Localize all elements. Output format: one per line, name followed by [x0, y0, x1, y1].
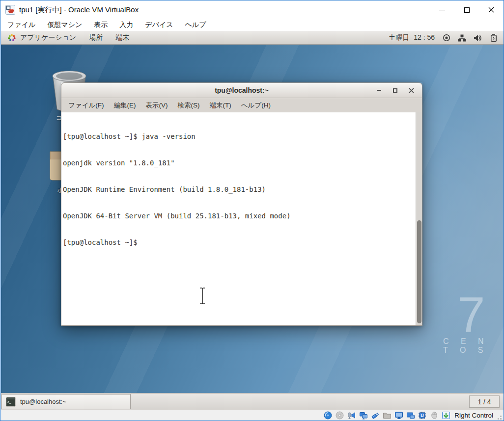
- close-button[interactable]: [479, 0, 504, 19]
- terminal-menu-terminal[interactable]: 端末(T): [205, 101, 236, 110]
- display-status-button[interactable]: [394, 411, 403, 420]
- taskbar-terminal-button[interactable]: tpu@localhost:~: [1, 394, 131, 409]
- usb-status-button[interactable]: [370, 411, 380, 420]
- keyboard-status-button[interactable]: [441, 411, 450, 420]
- host-menu-view[interactable]: 表示: [94, 21, 108, 29]
- terminal-line: openjdk version "1.8.0_181": [63, 158, 415, 167]
- host-menubar: ファイル 仮想マシン 表示 入力 デバイス ヘルプ: [1, 19, 504, 31]
- terminal-line: [tpu@localhost ~]$: [63, 238, 415, 247]
- features-chip-icon: U: [418, 411, 427, 420]
- terminal-output: [tpu@localhost ~]$ java -version openjdk…: [61, 112, 422, 264]
- terminal-minimize-button[interactable]: [375, 86, 383, 94]
- volume-icon: [474, 34, 482, 42]
- accessibility-button[interactable]: [442, 34, 450, 42]
- harddisk-status-button[interactable]: [323, 411, 333, 420]
- terminal-menubar: ファイル(F) 編集(E) 表示(V) 検索(S) 端末(T) ヘルプ(H): [61, 98, 422, 112]
- terminal-close-button[interactable]: [407, 86, 415, 94]
- virtualbox-window: tpu1 [実行中] - Oracle VM VirtualBox ファイル 仮…: [0, 0, 504, 421]
- taskbar-terminal-label: tpu@localhost:~: [20, 398, 66, 405]
- host-menu-machine[interactable]: 仮想マシン: [47, 21, 82, 29]
- wired-network-icon: [458, 34, 466, 42]
- host-titlebar[interactable]: tpu1 [実行中] - Oracle VM VirtualBox: [1, 0, 504, 19]
- mouse-icon: [430, 411, 438, 420]
- terminal-maximize-button[interactable]: [391, 86, 399, 94]
- terminal-window: tpu@localhost:~ ファイル(F) 編集(E) 表: [61, 82, 422, 326]
- gnome-taskbar: tpu@localhost:~ 1 / 4: [1, 393, 504, 410]
- features-status-button[interactable]: U: [418, 411, 427, 420]
- terminal-titlebar[interactable]: tpu@localhost:~: [61, 82, 422, 98]
- maximize-icon: [464, 7, 470, 13]
- applications-menu-label: アプリケーション: [20, 33, 76, 42]
- scrollbar-thumb[interactable]: [417, 220, 421, 323]
- terminal-line: OpenJDK 64-Bit Server VM (build 25.181-b…: [63, 211, 415, 220]
- terminal-icon: [6, 397, 16, 407]
- terminal-menu-file[interactable]: ファイル(F): [63, 101, 109, 110]
- host-menu-devices[interactable]: デバイス: [145, 21, 173, 29]
- network-adapters-icon: [359, 411, 368, 420]
- resize-grip[interactable]: [497, 415, 502, 421]
- keyboard-icon: [442, 411, 450, 420]
- accessibility-icon: [443, 34, 450, 42]
- shared-folders-status-button[interactable]: [382, 411, 392, 420]
- audio-status-button[interactable]: [347, 411, 356, 420]
- display-icon: [394, 411, 403, 420]
- minimize-icon: [377, 90, 381, 91]
- gnome-top-panel: アプリケーション 場所 端末 土曜日 12 : 56: [1, 31, 504, 45]
- close-icon: [409, 88, 414, 93]
- terminal-line: [tpu@localhost ~]$ java -version: [63, 132, 415, 141]
- svg-text:U: U: [420, 413, 423, 418]
- terminal-menu-view[interactable]: 表示(V): [141, 101, 173, 110]
- workspace-pager[interactable]: 1 / 4: [469, 395, 500, 408]
- centos-watermark-brand: C E N T O S: [443, 337, 504, 355]
- mouse-status-button[interactable]: [429, 411, 439, 420]
- terminal-menu[interactable]: 端末: [115, 33, 129, 42]
- maximize-icon: [393, 88, 397, 93]
- applications-menu[interactable]: アプリケーション: [8, 33, 76, 42]
- ibeam-cursor: [198, 287, 206, 307]
- terminal-menu-edit[interactable]: 編集(E): [109, 101, 141, 110]
- host-statusbar: U Right Control: [1, 410, 504, 421]
- battery-icon: [490, 34, 497, 42]
- minimize-button[interactable]: [430, 0, 454, 19]
- host-window-controls: [430, 0, 504, 19]
- clock-time: 12 : 56: [414, 33, 435, 42]
- terminal-menu-search[interactable]: 検索(S): [173, 101, 205, 110]
- optical-disc-icon: [336, 411, 344, 420]
- recording-icon: [406, 411, 415, 420]
- harddisk-icon: [324, 411, 332, 420]
- panel-tray: 土曜日 12 : 56: [389, 33, 504, 42]
- host-menu-file[interactable]: ファイル: [7, 21, 35, 29]
- close-icon: [488, 7, 494, 13]
- recording-status-button[interactable]: [406, 411, 415, 420]
- host-menu-input[interactable]: 入力: [119, 21, 133, 29]
- network-button[interactable]: [458, 34, 466, 42]
- clock-day: 土曜日: [389, 33, 409, 42]
- shared-folders-icon: [383, 411, 392, 420]
- host-menu-help[interactable]: ヘルプ: [185, 21, 206, 29]
- gnome-applications-icon: [8, 34, 16, 42]
- terminal-content-area[interactable]: [tpu@localhost ~]$ java -version openjdk…: [61, 112, 422, 326]
- minimize-icon: [439, 10, 445, 10]
- terminal-scrollbar[interactable]: [416, 112, 422, 325]
- terminal-line: OpenJDK Runtime Environment (build 1.8.0…: [63, 185, 415, 194]
- centos-watermark-seven: 7: [449, 290, 493, 340]
- panel-menus: アプリケーション 場所 端末: [1, 33, 129, 42]
- terminal-controls: [375, 86, 422, 94]
- virtualbox-logo-icon: [5, 5, 15, 15]
- panel-clock[interactable]: 土曜日 12 : 56: [389, 33, 435, 42]
- optical-disc-status-button[interactable]: [335, 411, 344, 420]
- maximize-button[interactable]: [454, 0, 479, 19]
- host-window-title: tpu1 [実行中] - Oracle VM VirtualBox: [19, 5, 139, 15]
- usb-icon: [371, 411, 380, 420]
- network-status-button[interactable]: [359, 411, 368, 420]
- volume-button[interactable]: [474, 34, 482, 42]
- audio-icon: [347, 411, 356, 420]
- places-menu[interactable]: 場所: [89, 33, 103, 42]
- desktop[interactable]: ゴミ箱 ホーム 7 C E N T O S tpu@localhost:~: [1, 45, 504, 393]
- terminal-title: tpu@localhost:~: [61, 86, 422, 94]
- battery-button[interactable]: [489, 34, 498, 42]
- host-key-label: Right Control: [454, 412, 493, 419]
- terminal-menu-help[interactable]: ヘルプ(H): [236, 101, 276, 110]
- guest-screen: アプリケーション 場所 端末 土曜日 12 : 56: [1, 31, 504, 410]
